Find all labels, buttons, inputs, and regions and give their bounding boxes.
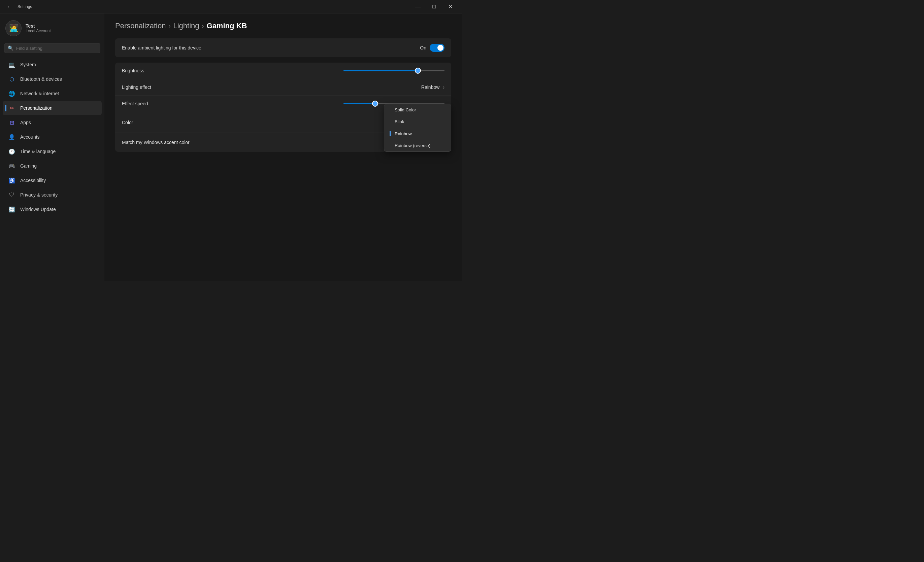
breadcrumb: Personalization › Lighting › Gaming KB [115, 21, 451, 30]
main-content: Personalization › Lighting › Gaming KB E… [104, 13, 462, 281]
sidebar-item-gaming[interactable]: 🎮 Gaming [3, 159, 102, 173]
ambient-card: Enable ambient lighting for this device … [115, 38, 451, 57]
color-label: Color [122, 120, 133, 125]
user-account-type: Local Account [26, 28, 51, 33]
dropdown-item-solid-color[interactable]: Solid Color [384, 104, 451, 116]
avatar-icon: 🧑‍💻 [9, 24, 18, 33]
brightness-control [344, 70, 444, 71]
update-icon: 🔄 [8, 206, 15, 213]
ambient-row: Enable ambient lighting for this device … [115, 38, 451, 57]
sidebar-item-apps[interactable]: ⊞ Apps [3, 115, 102, 130]
network-icon: 🌐 [8, 90, 15, 97]
maximize-button[interactable]: □ [426, 1, 442, 12]
lighting-effect-label: Lighting effect [122, 84, 151, 90]
sidebar-item-label-privacy: Privacy & security [20, 192, 58, 197]
close-button[interactable]: ✕ [442, 1, 458, 12]
dropdown-item-rainbow-(reverse)[interactable]: Rainbow (reverse) [384, 140, 451, 151]
accounts-icon: 👤 [8, 133, 15, 140]
titlebar-title: Settings [18, 4, 32, 9]
time-icon: 🕐 [8, 148, 15, 155]
sidebar-item-label-network: Network & internet [20, 91, 59, 96]
breadcrumb-sep-2: › [202, 22, 204, 30]
sidebar-item-accessibility[interactable]: ♿ Accessibility [3, 173, 102, 187]
lighting-effect-row: Lighting effect Rainbow › [115, 79, 451, 96]
sidebar-item-system[interactable]: 💻 System [3, 58, 102, 72]
sidebar-item-label-accessibility: Accessibility [20, 178, 46, 183]
gaming-icon: 🎮 [8, 162, 15, 170]
sidebar-item-label-gaming: Gaming [20, 163, 37, 169]
personalization-icon: ✏ [8, 104, 15, 112]
search-icon: 🔍 [8, 45, 14, 51]
sidebar-item-privacy[interactable]: 🛡 Privacy & security [3, 188, 102, 202]
lighting-effect-control: Rainbow › [421, 84, 444, 90]
sidebar-item-label-update: Windows Update [20, 206, 56, 212]
search-container: 🔍 [0, 42, 104, 57]
sidebar-item-label-system: System [20, 62, 36, 67]
brightness-slider-container [344, 70, 444, 71]
breadcrumb-current: Gaming KB [207, 21, 247, 30]
dropdown-item-rainbow[interactable]: Rainbow [384, 127, 451, 140]
sidebar-item-label-bluetooth: Bluetooth & devices [20, 76, 62, 82]
brightness-label: Brightness [122, 68, 144, 73]
sidebar-item-time[interactable]: 🕐 Time & language [3, 144, 102, 158]
titlebar-controls: — □ ✕ [410, 1, 458, 12]
minimize-button[interactable]: — [410, 1, 426, 12]
sidebar-item-update[interactable]: 🔄 Windows Update [3, 202, 102, 217]
ambient-control: On [420, 44, 444, 52]
sidebar-item-network[interactable]: 🌐 Network & internet [3, 87, 102, 101]
accent-label: Match my Windows accent color [122, 140, 190, 145]
back-button[interactable]: ← [4, 2, 15, 11]
sidebar: 🧑‍💻 Test Local Account 🔍 💻 System ⬡ Blue… [0, 13, 104, 281]
ambient-state-label: On [420, 45, 426, 51]
search-box: 🔍 [4, 43, 100, 53]
ambient-label: Enable ambient lighting for this device [122, 45, 201, 51]
ambient-toggle-track [430, 44, 444, 52]
breadcrumb-lighting[interactable]: Lighting [173, 21, 199, 30]
breadcrumb-sep-1: › [168, 22, 170, 30]
sidebar-item-accounts[interactable]: 👤 Accounts [3, 130, 102, 144]
breadcrumb-personalization[interactable]: Personalization [115, 21, 166, 30]
titlebar: ← Settings — □ ✕ [0, 0, 462, 13]
brightness-slider[interactable] [344, 70, 444, 71]
sidebar-item-label-accounts: Accounts [20, 134, 40, 140]
accessibility-icon: ♿ [8, 177, 15, 184]
system-icon: 💻 [8, 61, 15, 68]
user-profile[interactable]: 🧑‍💻 Test Local Account [0, 18, 104, 42]
nav-list: 💻 System ⬡ Bluetooth & devices 🌐 Network… [0, 57, 104, 217]
effect-speed-label: Effect speed [122, 101, 148, 106]
user-name: Test [26, 23, 51, 28]
sidebar-item-label-personalization: Personalization [20, 105, 52, 111]
lighting-effect-dropdown: Solid ColorBlinkRainbowRainbow (reverse) [384, 104, 451, 152]
app-container: 🧑‍💻 Test Local Account 🔍 💻 System ⬡ Blue… [0, 13, 462, 281]
sidebar-item-bluetooth[interactable]: ⬡ Bluetooth & devices [3, 72, 102, 86]
search-input[interactable] [16, 46, 97, 51]
titlebar-left: ← Settings [4, 2, 32, 11]
brightness-row: Brightness [115, 63, 451, 79]
user-info: Test Local Account [26, 23, 51, 33]
privacy-icon: 🛡 [8, 191, 15, 199]
selected-indicator [390, 131, 391, 136]
apps-icon: ⊞ [8, 119, 15, 126]
bluetooth-icon: ⬡ [8, 75, 15, 83]
sidebar-item-label-apps: Apps [20, 120, 31, 125]
sidebar-item-label-time: Time & language [20, 149, 56, 154]
dropdown-item-blink[interactable]: Blink [384, 116, 451, 127]
chevron-down-icon: › [443, 84, 444, 90]
avatar: 🧑‍💻 [5, 20, 21, 36]
ambient-toggle[interactable] [430, 44, 444, 52]
lighting-effect-value: Rainbow [421, 84, 440, 90]
sidebar-item-personalization[interactable]: ✏ Personalization [3, 101, 102, 115]
